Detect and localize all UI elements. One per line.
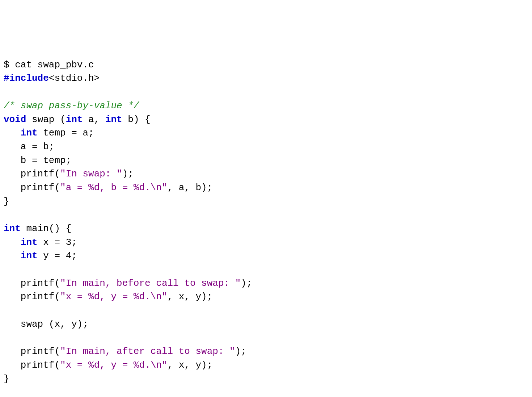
code-text: b) {: [122, 114, 151, 125]
shell-command: $ cat swap_pbv.c: [4, 59, 94, 70]
code-text: x = 3;: [38, 237, 77, 248]
string-literal: "x = %d, y = %d.\n": [60, 291, 167, 302]
string-literal: "In main, after call to swap: ": [60, 346, 235, 357]
code-text: printf(: [4, 291, 60, 302]
code-text: printf(: [4, 182, 60, 193]
code-text: a = b;: [4, 141, 54, 152]
code-text: , x, y);: [167, 291, 212, 302]
comment: /* swap pass-by-value */: [4, 100, 139, 111]
keyword-int: int: [21, 128, 38, 138]
code-listing: $ cat swap_pbv.c #include<stdio.h> /* sw…: [4, 58, 528, 397]
keyword-int: int: [4, 223, 21, 234]
string-literal: "a = %d, b = %d.\n": [60, 182, 167, 193]
code-text: printf(: [4, 278, 60, 289]
code-text: );: [122, 168, 134, 179]
keyword-int: int: [21, 250, 38, 261]
string-literal: "x = %d, y = %d.\n": [60, 360, 167, 371]
keyword-void: void: [4, 114, 26, 125]
code-text: a,: [83, 114, 105, 125]
keyword-include: #include: [4, 73, 49, 84]
code-text: [4, 237, 21, 248]
code-text: [4, 128, 21, 138]
string-literal: "In swap: ": [60, 168, 122, 179]
keyword-int: int: [66, 114, 83, 125]
keyword-int: int: [21, 237, 38, 248]
code-text: );: [241, 278, 252, 289]
code-text: main() {: [21, 223, 71, 234]
code-text: , x, y);: [167, 360, 212, 371]
code-text: y = 4;: [38, 250, 77, 261]
code-text: , a, b);: [167, 182, 212, 193]
code-text: <stdio.h>: [49, 73, 100, 84]
code-text: );: [235, 346, 246, 357]
code-text: printf(: [4, 360, 60, 371]
code-text: swap (: [26, 114, 66, 125]
code-text: swap (x, y);: [4, 319, 88, 330]
code-text: printf(: [4, 168, 60, 179]
code-text: temp = a;: [38, 128, 94, 138]
code-text: }: [4, 373, 9, 384]
keyword-int: int: [105, 114, 122, 125]
code-text: b = temp;: [4, 155, 71, 166]
code-text: }: [4, 196, 9, 207]
code-text: [4, 250, 21, 261]
code-text: printf(: [4, 346, 60, 357]
string-literal: "In main, before call to swap: ": [60, 278, 241, 289]
